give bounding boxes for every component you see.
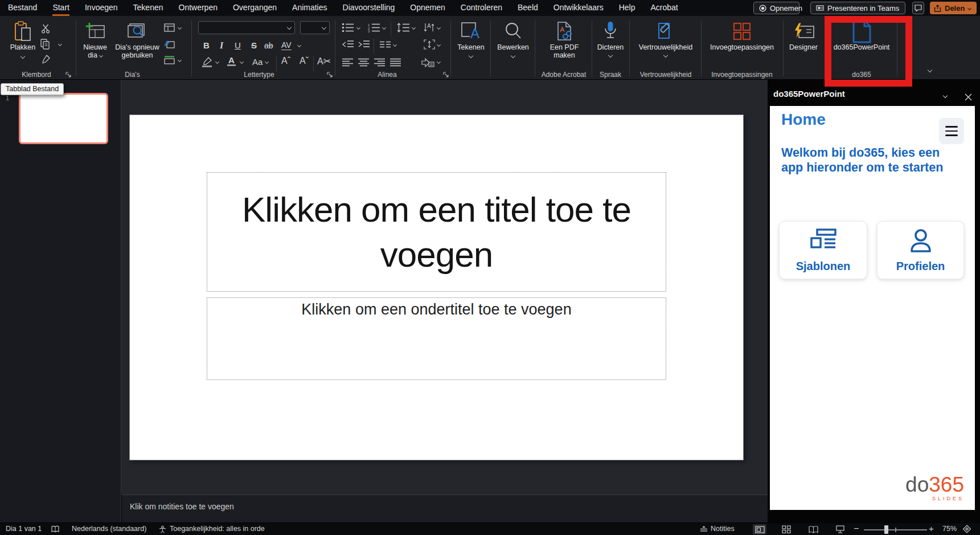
- character-spacing-button[interactable]: AV: [281, 40, 292, 50]
- reading-view-icon[interactable]: [806, 524, 820, 534]
- zoom-in-icon[interactable]: +: [929, 524, 934, 533]
- align-center-icon[interactable]: [358, 58, 370, 67]
- chevron-down-icon[interactable]: [58, 42, 62, 46]
- justify-icon[interactable]: [389, 58, 401, 67]
- reset-slide-icon[interactable]: [164, 39, 175, 48]
- chevron-down-icon[interactable]: [356, 26, 360, 30]
- zoom-level[interactable]: 75%: [942, 525, 957, 533]
- clear-formatting-button[interactable]: A✂: [317, 56, 331, 67]
- tab-acrobat[interactable]: Acrobat: [651, 0, 678, 16]
- notes-toggle[interactable]: Notities: [711, 525, 735, 533]
- italic-button[interactable]: I: [220, 40, 223, 51]
- panel-chevron-down-icon[interactable]: [943, 93, 948, 98]
- record-button[interactable]: Opnemen: [753, 2, 799, 14]
- align-text-icon[interactable]: [424, 39, 435, 50]
- tab-help[interactable]: Help: [619, 0, 635, 16]
- copy-icon[interactable]: [40, 39, 50, 50]
- title-placeholder[interactable]: Klikken om een titel toe te voegen: [207, 172, 666, 292]
- comments-button[interactable]: [912, 2, 924, 14]
- accessibility-status[interactable]: Toegankelijkheid: alles in orde: [170, 525, 265, 533]
- editing-button[interactable]: Bewerken: [493, 19, 533, 58]
- tab-invoegen[interactable]: Invoegen: [85, 0, 118, 16]
- chevron-down-icon[interactable]: [382, 26, 386, 30]
- tab-bestand[interactable]: Bestand: [8, 0, 37, 16]
- font-color-button[interactable]: A: [227, 56, 236, 66]
- font-size-select[interactable]: [300, 21, 330, 34]
- spellcheck-icon[interactable]: [51, 525, 60, 533]
- share-button[interactable]: Delen: [930, 2, 977, 14]
- tab-animaties[interactable]: Animaties: [292, 0, 327, 16]
- grow-font-button[interactable]: Aˆ: [281, 56, 290, 66]
- present-in-teams-button[interactable]: Presenteren in Teams: [810, 2, 905, 14]
- highlight-color-icon[interactable]: [201, 57, 214, 67]
- dialog-launcher-icon[interactable]: [65, 72, 72, 78]
- addins-button[interactable]: Invoegtoepassingen: [705, 19, 779, 51]
- collapse-ribbon-icon[interactable]: [928, 68, 932, 72]
- tab-start[interactable]: Start: [52, 0, 69, 16]
- tab-overgangen[interactable]: Overgangen: [233, 0, 277, 16]
- reuse-slides-button[interactable]: Dia's opnieuw gebruiken: [112, 19, 163, 59]
- chevron-down-icon[interactable]: [437, 26, 441, 30]
- subtitle-placeholder[interactable]: Klikken om een ondertitel toe te voegen: [207, 297, 666, 380]
- slide[interactable]: Klikken om een titel toe te voegen Klikk…: [130, 115, 743, 460]
- format-painter-icon[interactable]: [41, 55, 51, 64]
- sjablonen-card[interactable]: Sjablonen: [779, 221, 867, 279]
- line-spacing-icon[interactable]: [397, 23, 410, 32]
- dialog-launcher-icon[interactable]: [327, 72, 333, 78]
- profielen-card[interactable]: Profielen: [877, 221, 964, 279]
- slide-thumbnail[interactable]: [19, 93, 108, 144]
- chevron-down-icon[interactable]: [297, 43, 301, 47]
- tab-beeld[interactable]: Beeld: [518, 0, 538, 16]
- increase-indent-icon[interactable]: [358, 40, 370, 49]
- underline-button[interactable]: U: [235, 40, 241, 50]
- subscript-button[interactable]: ab: [264, 41, 273, 50]
- chevron-down-icon[interactable]: [393, 43, 397, 47]
- chevron-down-icon[interactable]: [437, 60, 441, 64]
- panel-close-icon[interactable]: [965, 93, 972, 101]
- shrink-font-button[interactable]: Aˇ: [300, 56, 309, 66]
- chevron-down-icon[interactable]: [437, 43, 441, 47]
- language-indicator[interactable]: Nederlands (standaard): [72, 525, 146, 533]
- slideshow-icon[interactable]: [833, 524, 847, 534]
- chevron-down-icon[interactable]: [178, 58, 182, 62]
- zoom-out-icon[interactable]: −: [854, 524, 859, 534]
- bold-button[interactable]: B: [203, 40, 210, 50]
- font-name-select[interactable]: [198, 21, 295, 34]
- tab-ontwerpen[interactable]: Ontwerpen: [179, 0, 218, 16]
- slide-sorter-icon[interactable]: [780, 524, 793, 534]
- draw-button[interactable]: A Tekenen: [453, 19, 489, 58]
- tab-ontwikkelaars[interactable]: Ontwikkelaars: [553, 0, 604, 16]
- paste-button[interactable]: Plakken: [7, 19, 39, 58]
- bullets-icon[interactable]: [342, 23, 354, 32]
- dialog-launcher-icon[interactable]: [443, 72, 449, 78]
- tab-diavoorstelling[interactable]: Diavoorstelling: [343, 0, 395, 16]
- section-icon[interactable]: [164, 56, 175, 64]
- align-left-icon[interactable]: [342, 58, 354, 67]
- designer-button[interactable]: Designer: [786, 19, 821, 51]
- create-pdf-button[interactable]: Een PDF maken: [539, 19, 590, 59]
- tab-tekenen[interactable]: Tekenen: [133, 0, 163, 16]
- strikethrough-button[interactable]: S: [251, 40, 257, 50]
- chevron-down-icon[interactable]: [178, 26, 182, 30]
- accessibility-icon[interactable]: [158, 525, 167, 533]
- align-right-icon[interactable]: [374, 58, 386, 67]
- slide-layout-icon[interactable]: [164, 23, 175, 32]
- normal-view-icon[interactable]: [753, 524, 766, 534]
- chevron-down-icon[interactable]: [412, 26, 416, 30]
- tab-opnemen[interactable]: Opnemen: [410, 0, 445, 16]
- new-slide-button[interactable]: Nieuwe dia: [79, 19, 112, 59]
- slide-indicator[interactable]: Dia 1 van 1: [6, 525, 42, 533]
- tab-controleren[interactable]: Controleren: [461, 0, 502, 16]
- menu-icon[interactable]: [939, 118, 964, 144]
- cut-icon[interactable]: [41, 23, 50, 34]
- zoom-slider-thumb[interactable]: [884, 525, 888, 534]
- smartart-icon[interactable]: [421, 58, 434, 67]
- decrease-indent-icon[interactable]: [342, 40, 354, 49]
- chevron-down-icon[interactable]: [265, 60, 269, 64]
- dictate-button[interactable]: Dicteren: [594, 19, 626, 57]
- sensitivity-button[interactable]: Vertrouwelijkheid: [632, 19, 699, 57]
- notes-pane[interactable]: Klik om notities toe te voegen: [122, 495, 768, 522]
- chevron-down-icon[interactable]: [240, 60, 244, 64]
- fit-to-window-icon[interactable]: [962, 525, 971, 533]
- change-case-button[interactable]: Aa: [252, 57, 263, 67]
